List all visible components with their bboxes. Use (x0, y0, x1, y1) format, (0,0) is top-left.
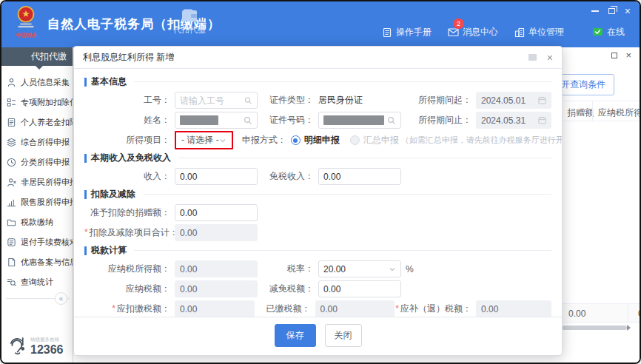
sidebar-item-restricted-shares[interactable]: 限售股所得申报 (1, 192, 73, 212)
message-badge: 2 (453, 18, 464, 29)
income-input[interactable] (175, 168, 258, 185)
sidebar-item-comprehensive-income[interactable]: 综合所得申报 (1, 132, 73, 152)
donation-input[interactable] (175, 204, 258, 221)
sidebar-item-tax-payment[interactable]: 税款缴纳 (1, 212, 73, 232)
sidebar-item-special-deduction[interactable]: 专项附加扣除信息 (1, 92, 73, 112)
close-icon[interactable]: × (625, 6, 631, 16)
tab-withholding-label: 代扣代缴 (173, 24, 206, 36)
sidebar-item-label: 限售股所得申报 (21, 197, 73, 208)
declare-mode-label: 申报方式： (233, 134, 291, 146)
detail-declare-label: 明细申报 (304, 134, 340, 146)
service-headset-icon (9, 334, 28, 357)
section-title: 基本信息 (91, 75, 127, 88)
dialog-minimize-icon[interactable] (528, 54, 537, 61)
manual-link[interactable]: 操作手册 (382, 26, 432, 38)
inner-close-icon[interactable]: × (625, 50, 631, 60)
section-title: 扣除及减除 (91, 188, 135, 200)
cert-type-value: 居民身份证 (318, 94, 401, 107)
period-start-field[interactable]: 2024.05.01 (476, 92, 551, 109)
job-number-field[interactable] (180, 95, 244, 106)
search-stats-icon (7, 277, 16, 287)
sidebar-item-label: 优惠备案与信息报告 (21, 257, 73, 268)
sidebar-item-classified-income[interactable]: 分类所得申报 (1, 152, 73, 172)
sidebar-item-nonresident-income[interactable]: 非居民所得申报 (1, 172, 73, 192)
sidebar-item-label: 非居民所得申报 (21, 177, 73, 188)
app-window: 中国税务 自然人电子税务局（扣缴端） 代扣代缴 操作手册 2 (0, 0, 641, 364)
cert-number-label: 证件号码： (258, 114, 318, 127)
sidebar-item-pension-deduction[interactable]: 个人养老金扣除信息 (1, 112, 73, 132)
cert-number-input[interactable] (318, 112, 401, 129)
tax-relief-field[interactable] (323, 284, 396, 294)
sidebar-collapse-button[interactable]: « (55, 292, 67, 305)
sidebar-divider: « (6, 298, 70, 299)
name-label: 姓名： (84, 114, 175, 127)
header-links: 操作手册 2 消息中心 单位管理 (382, 26, 625, 38)
wallet-icon (181, 9, 198, 22)
chevron-down-icon (389, 266, 396, 273)
tax-relief-input[interactable] (318, 280, 401, 297)
tab-withholding[interactable]: 代扣代缴 (173, 9, 206, 36)
exempt-income-label: 免税收入： (258, 170, 318, 183)
name-input[interactable] (175, 112, 258, 129)
exempt-income-input[interactable] (318, 168, 401, 185)
restore-icon[interactable] (608, 8, 615, 14)
search-icon (387, 116, 396, 125)
notebook-icon (7, 237, 16, 247)
sidebar-header: 代扣代缴 (1, 47, 73, 66)
summary-declare-label: 汇总申报 (363, 134, 399, 146)
sidebar-item-preferential-filing[interactable]: 优惠备案与信息报告 (1, 252, 73, 272)
dialog-title: 利息股息红利所得 新增 (83, 51, 174, 64)
column-divider (592, 101, 593, 121)
form-row: 姓名： 证件号码： 所得期间止： 2024.05.31 (84, 112, 551, 129)
dialog-close-icon[interactable]: × (547, 53, 553, 63)
sidebar: 代扣代缴 人员信息采集 专项附加扣除信息 个人养老金扣除信息 综合所得申报 分类… (1, 47, 73, 363)
sidebar-item-refund-fee-check[interactable]: 退付手续费核对 (1, 232, 73, 252)
person-alt-icon (7, 178, 16, 187)
section-divider (178, 158, 551, 158)
scrollbar-arrow-icon[interactable] (627, 325, 634, 331)
income-item-select[interactable]: - 请选择 - (177, 133, 231, 147)
sidebar-item-label: 查询统计 (21, 277, 53, 288)
person-icon (7, 78, 16, 87)
donation-field[interactable] (180, 208, 252, 218)
tax-rate-select[interactable]: 20.00 (318, 260, 401, 277)
dialog-footer: 保存 关闭 (74, 317, 562, 355)
online-status[interactable]: 在线 (592, 26, 625, 38)
form-row: 应纳税所得额： 0.00 税率： 20.00 % (84, 260, 551, 277)
paid-tax-value: 0.00 (315, 300, 395, 317)
balance-tax-label: 应补（退）税额： (395, 303, 476, 315)
income-field[interactable] (180, 172, 252, 182)
radio-detail-declare[interactable] (291, 135, 301, 145)
online-label: 在线 (607, 26, 625, 38)
pension-doc-icon (7, 118, 16, 127)
minimize-icon[interactable] (591, 10, 599, 12)
form-row: 应纳税额： 0.00 减免税额： (84, 280, 551, 297)
sidebar-item-personnel-info[interactable]: 人员信息采集 (1, 73, 73, 92)
manual-icon (382, 27, 392, 38)
donation-label: 准予扣除的捐赠额： (84, 206, 175, 219)
taxable-income-value: 0.00 (175, 260, 258, 277)
column-header-donation: 捐赠额 (567, 107, 594, 119)
org-management-link[interactable]: 单位管理 (514, 26, 564, 38)
sidebar-item-label: 退付手续费核对 (21, 237, 73, 248)
period-end-field[interactable]: 2024.05.31 (476, 112, 551, 129)
exempt-income-field[interactable] (323, 172, 396, 182)
save-button[interactable]: 保存 (275, 324, 316, 347)
section-basic-info: 基本信息 (84, 75, 551, 88)
close-button[interactable]: 关闭 (325, 324, 362, 347)
horizontal-scrollbar[interactable] (562, 326, 627, 330)
message-center-link[interactable]: 2 消息中心 (448, 26, 498, 38)
building-icon (514, 27, 525, 38)
job-number-input[interactable] (175, 92, 258, 109)
income-label: 收入： (84, 170, 175, 183)
paid-tax-label: 已缴税额： (255, 303, 315, 315)
radio-summary-declare[interactable] (350, 135, 360, 145)
maximize-icon[interactable] (611, 53, 617, 58)
window-controls: × (591, 6, 631, 16)
hotline-logo: 纳税服务热线 12366 (9, 334, 64, 357)
online-icon (592, 27, 603, 37)
app-header: 中国税务 自然人电子税务局（扣缴端） 代扣代缴 操作手册 2 (1, 1, 640, 47)
inner-window-controls: × (611, 50, 631, 60)
sidebar-item-query-statistics[interactable]: 查询统计 (1, 272, 73, 292)
total-taxable: 0 (638, 309, 641, 319)
